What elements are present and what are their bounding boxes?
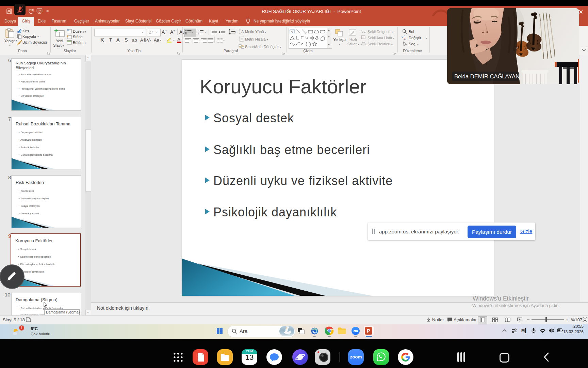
svg-text:ʏ: ʏ (402, 35, 403, 39)
svg-text:3: 3 (198, 33, 199, 34)
svg-text:A: A (291, 30, 293, 33)
svg-text:A: A (241, 30, 244, 34)
